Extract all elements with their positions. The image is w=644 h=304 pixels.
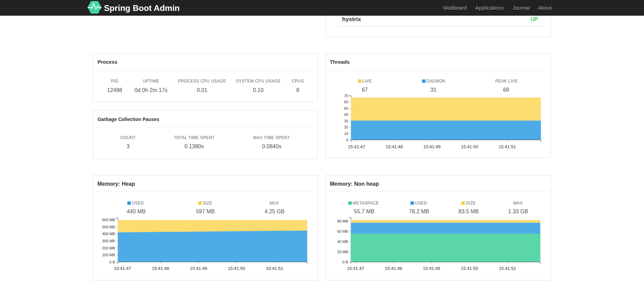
svg-text:15:41:51: 15:41:51 xyxy=(499,266,516,271)
svg-text:40 MB: 40 MB xyxy=(337,240,348,244)
svg-text:200 MB: 200 MB xyxy=(102,246,115,250)
svg-text:15:41:49: 15:41:49 xyxy=(423,266,440,271)
svg-text:0 B: 0 B xyxy=(109,260,115,264)
svg-text:30: 30 xyxy=(344,119,348,123)
svg-text:600 MB: 600 MB xyxy=(102,218,115,222)
svg-text:400 MB: 400 MB xyxy=(102,232,115,236)
svg-text:0 B: 0 B xyxy=(342,260,348,264)
svg-text:80 MB: 80 MB xyxy=(337,219,348,223)
svg-text:15:41:48: 15:41:48 xyxy=(386,144,403,149)
svg-text:15:41:47: 15:41:47 xyxy=(114,266,131,271)
svg-text:20: 20 xyxy=(344,125,348,129)
svg-text:15:41:50: 15:41:50 xyxy=(228,266,245,271)
svg-text:500 MB: 500 MB xyxy=(102,225,115,229)
svg-text:15:41:48: 15:41:48 xyxy=(385,266,402,271)
svg-text:15:41:49: 15:41:49 xyxy=(423,144,441,149)
svg-text:60: 60 xyxy=(344,100,348,104)
svg-text:60 MB: 60 MB xyxy=(337,229,348,233)
svg-text:15:41:47: 15:41:47 xyxy=(348,144,365,149)
svg-text:15:41:47: 15:41:47 xyxy=(347,266,364,271)
svg-text:0: 0 xyxy=(346,138,348,142)
svg-text:15:41:48: 15:41:48 xyxy=(152,266,169,271)
svg-text:15:41:51: 15:41:51 xyxy=(266,266,283,271)
svg-text:10: 10 xyxy=(344,132,348,136)
svg-text:100 MB: 100 MB xyxy=(102,253,115,257)
svg-text:70: 70 xyxy=(344,94,348,98)
svg-text:15:41:49: 15:41:49 xyxy=(190,266,207,271)
svg-text:15:41:51: 15:41:51 xyxy=(499,144,516,149)
svg-text:15:41:50: 15:41:50 xyxy=(461,144,478,149)
svg-text:50: 50 xyxy=(344,106,348,110)
svg-text:20 MB: 20 MB xyxy=(337,250,348,254)
svg-text:15:41:50: 15:41:50 xyxy=(461,266,478,271)
svg-text:300 MB: 300 MB xyxy=(102,239,115,243)
svg-text:40: 40 xyxy=(344,112,348,117)
